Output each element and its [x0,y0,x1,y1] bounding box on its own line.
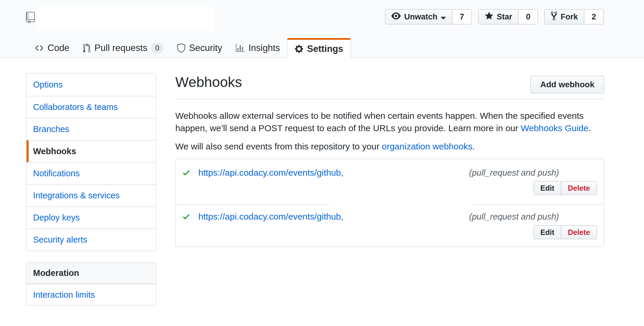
webhook-events-label: (pull_request and push) [469,168,559,178]
org-period: . [473,141,475,151]
gear-icon [295,44,303,54]
tab-security[interactable]: Security [170,38,229,58]
webhook-list: https://api.codacy.com/events/github, (p… [175,159,604,247]
sidebar-item-security-alerts[interactable]: Security alerts [27,228,156,251]
tab-pull-requests[interactable]: Pull requests 0 [76,38,170,58]
intro-line-2: happen, we’ll send a POST request to eac… [175,123,521,133]
fork-count[interactable]: 2 [584,10,603,24]
pull-request-icon [83,43,91,53]
eye-icon [391,11,401,23]
star-count[interactable]: 0 [518,10,537,24]
watch-button-group: Unwatch 7 [385,9,472,24]
webhooks-intro-text: Webhooks allow external services to be n… [175,110,604,134]
tab-settings-label: Settings [307,44,343,54]
row-divider-left [176,204,330,205]
sidebar-item-interaction-limits[interactable]: Interaction limits [27,284,156,305]
webhook-actions: Edit Delete [533,181,597,195]
org-line-text: We will also send events from this repos… [175,141,382,151]
intro-line-1: Webhooks allow external services to be n… [175,111,584,121]
tab-security-label: Security [189,43,222,53]
check-icon [182,168,190,177]
sidebar-item-branches[interactable]: Branches [27,118,156,140]
org-webhooks-text: We will also send events from this repos… [175,140,604,153]
graph-icon [236,44,245,52]
edit-webhook-button[interactable]: Edit [534,182,561,195]
fork-label: Fork [560,12,578,22]
tab-insights[interactable]: Insights [229,38,287,58]
organization-webhooks-link[interactable]: organization webhooks [382,141,473,151]
repo-header: Unwatch 7 Star 0 Fork 2 [0,0,644,58]
caret-down-icon [441,12,446,22]
repo-social-buttons: Unwatch 7 Star 0 Fork 2 [385,9,604,24]
settings-sidebar: Options Collaborators & teams Branches W… [26,73,156,251]
github-settings-page: Unwatch 7 Star 0 Fork 2 [0,0,644,326]
tab-settings[interactable]: Settings [287,38,351,58]
webhook-events-label: (pull_request and push) [469,212,559,222]
fork-icon [551,11,557,23]
code-icon [35,43,44,53]
title-divider [175,99,604,99]
star-label: Star [497,12,512,22]
tab-code[interactable]: Code [28,38,76,58]
row-divider-right [473,204,604,205]
unwatch-label: Unwatch [404,12,437,22]
fork-button-group: Fork 2 [544,9,604,24]
star-button[interactable]: Star [479,10,518,24]
unwatch-button[interactable]: Unwatch [385,10,452,24]
fork-button[interactable]: Fork [545,10,584,24]
repo-name-redacted [37,7,213,31]
webhook-row: https://api.codacy.com/events/github, (p… [182,166,597,179]
edit-delete-button-group: Edit Delete [533,225,597,239]
intro-period: . [589,123,591,133]
check-icon [182,212,190,221]
star-icon [485,11,493,23]
webhooks-guide-link[interactable]: Webhooks Guide [521,123,589,133]
delete-webhook-button[interactable]: Delete [561,226,596,239]
star-button-group: Star 0 [478,9,538,24]
shield-icon [177,43,185,53]
repo-tab-nav: Code Pull requests 0 Security Insights S… [28,38,351,58]
edit-delete-button-group: Edit Delete [533,181,597,195]
sidebar-item-collaborators-teams[interactable]: Collaborators & teams [27,96,156,118]
sidebar-item-deploy-keys[interactable]: Deploy keys [27,206,156,228]
sidebar-item-webhooks[interactable]: Webhooks [27,140,156,162]
sidebar-item-options[interactable]: Options [27,74,156,96]
moderation-menu: Moderation Interaction limits [26,262,156,306]
watch-count[interactable]: 7 [452,10,471,24]
moderation-header: Moderation [27,263,156,284]
sidebar-item-notifications[interactable]: Notifications [27,162,156,184]
tab-code-label: Code [48,43,69,53]
webhook-row: https://api.codacy.com/events/github, (p… [182,210,597,223]
webhooks-settings-panel: Webhooks Add webhook Webhooks allow exte… [175,73,604,326]
sidebar-item-integrations-services[interactable]: Integrations & services [27,184,156,206]
tab-pull-requests-label: Pull requests [94,43,147,53]
edit-webhook-button[interactable]: Edit [534,226,561,239]
webhook-url-link[interactable]: https://api.codacy.com/events/github, [198,212,343,222]
delete-webhook-button[interactable]: Delete [561,182,596,195]
tab-insights-label: Insights [249,43,280,53]
repo-book-icon [26,12,35,25]
webhook-url-link[interactable]: https://api.codacy.com/events/github, [198,168,343,178]
webhook-actions: Edit Delete [533,225,597,239]
settings-menu: Options Collaborators & teams Branches W… [26,73,156,251]
moderation-sidebar: Moderation Interaction limits [26,262,156,306]
add-webhook-button[interactable]: Add webhook [530,76,604,93]
pull-requests-count-badge: 0 [151,43,163,53]
